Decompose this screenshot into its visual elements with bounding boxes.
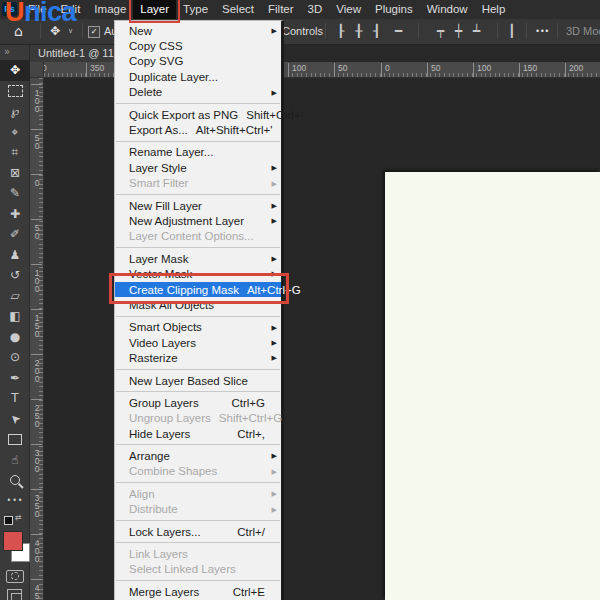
gradient-tool[interactable]: ◧: [0, 306, 30, 327]
menu-item-video-layers[interactable]: Video Layers▶: [115, 335, 281, 350]
photoshop-logo[interactable]: Ps: [2, 2, 17, 16]
ruler-label: 100: [31, 84, 42, 112]
blur-tool[interactable]: ●: [0, 327, 30, 348]
menu-item-distribute: Distribute▶: [115, 502, 281, 517]
frame-tool[interactable]: ⊠: [0, 163, 30, 184]
distribute-vertical-icon[interactable]: ┃: [508, 24, 515, 38]
hand-tool[interactable]: ☝: [0, 450, 30, 471]
menu-item-label: Hide Layers: [129, 428, 190, 440]
type-tool[interactable]: T: [0, 388, 30, 409]
brush-tool-icon: ✐: [10, 228, 20, 240]
menubar-item-plugins[interactable]: Plugins: [368, 0, 420, 19]
menu-item-merge-layers[interactable]: Merge LayersCtrl+E: [115, 584, 281, 599]
ruler-label: 200: [31, 354, 42, 382]
edit-toolbar[interactable]: •••: [0, 491, 30, 512]
auto-select-checkbox[interactable]: ✓: [88, 26, 100, 38]
menu-item-lock-layers[interactable]: Lock Layers...Ctrl+/: [115, 524, 281, 539]
eyedropper-tool[interactable]: ✎: [0, 183, 30, 204]
brush-tool[interactable]: ✐: [0, 224, 30, 245]
menu-item-new-layer-based-slice[interactable]: New Layer Based Slice: [115, 373, 281, 388]
menu-item-label: Merge Layers: [129, 586, 199, 598]
quick-mask-mode-icon[interactable]: [6, 570, 24, 583]
clone-stamp-tool[interactable]: ♟: [0, 245, 30, 266]
align-bottom-edges-icon[interactable]: ┷: [473, 24, 480, 38]
object-selection-tool[interactable]: ⌖: [0, 122, 30, 143]
menu-item-delete[interactable]: Delete▶: [115, 85, 281, 100]
menubar-item-window[interactable]: Window: [420, 0, 475, 19]
zoom-tool[interactable]: [0, 470, 30, 491]
align-top-edges-icon[interactable]: ┯: [437, 24, 444, 38]
menu-item-rasterize[interactable]: Rasterize▶: [115, 350, 281, 365]
menubar-item-filter[interactable]: Filter: [261, 0, 301, 19]
ruler-label: 300: [31, 444, 42, 472]
history-brush-tool-icon: ↺: [10, 269, 20, 281]
menu-item-copy-css[interactable]: Copy CSS: [115, 38, 281, 53]
menu-item-new-fill-layer[interactable]: New Fill Layer▶: [115, 198, 281, 213]
menubar-item-layer[interactable]: Layer: [133, 0, 176, 19]
foreground-color-swatch[interactable]: [3, 531, 23, 551]
menubar-item-3d[interactable]: 3D: [301, 0, 330, 19]
menu-item-export-as[interactable]: Export As...Alt+Shift+Ctrl+': [115, 122, 281, 137]
menu-item-label: Arrange: [129, 450, 170, 462]
lasso-tool[interactable]: ℘: [0, 101, 30, 122]
menu-item-layer-style[interactable]: Layer Style▶: [115, 160, 281, 175]
document-canvas[interactable]: [385, 172, 600, 600]
eraser-tool-icon: ▱: [10, 290, 19, 302]
menubar: Ps FileEditImageLayerTypeSelectFilter3DV…: [0, 0, 600, 19]
eyedropper-tool-icon: ✎: [10, 187, 20, 199]
menubar-item-type[interactable]: Type: [176, 0, 215, 19]
swap-colors-icon[interactable]: ⇄: [15, 513, 22, 522]
rectangular-marquee-tool[interactable]: [0, 81, 30, 102]
menubar-item-select[interactable]: Select: [215, 0, 261, 19]
ruler-label: 450: [31, 579, 42, 600]
ruler-label: 100: [288, 63, 306, 77]
menu-item-group-layers[interactable]: Group LayersCtrl+G: [115, 395, 281, 410]
menubar-item-file[interactable]: File: [21, 0, 54, 19]
align-vertical-centers-icon[interactable]: ┿: [455, 24, 462, 38]
path-selection-tool[interactable]: ➤: [0, 409, 30, 430]
menu-item-new-adjustment-layer[interactable]: New Adjustment Layer▶: [115, 213, 281, 228]
align-right-edges-icon[interactable]: ┨: [373, 24, 380, 38]
align-horizontal-centers-icon[interactable]: ╂: [355, 24, 362, 38]
move-tool[interactable]: ✥: [0, 60, 30, 81]
menubar-item-image[interactable]: Image: [87, 0, 133, 19]
menu-item-arrange[interactable]: Arrange▶: [115, 448, 281, 463]
ruler-label: 0: [381, 63, 390, 77]
menu-item-rename-layer[interactable]: Rename Layer...: [115, 145, 281, 160]
align-left-edges-icon[interactable]: ┠: [337, 24, 344, 38]
rectangle-tool[interactable]: [0, 429, 30, 450]
menu-item-copy-svg[interactable]: Copy SVG: [115, 54, 281, 69]
menu-item-vector-mask[interactable]: Vector Mask▶: [115, 266, 281, 281]
menu-item-label: Ungroup Layers: [129, 412, 211, 424]
submenu-arrow-icon: ▶: [272, 164, 277, 172]
pen-tool[interactable]: ✒: [0, 368, 30, 389]
menubar-item-view[interactable]: View: [329, 0, 368, 19]
menu-item-layer-mask[interactable]: Layer Mask▶: [115, 251, 281, 266]
collapse-panels-icon[interactable]: »: [0, 44, 29, 60]
menu-item-mask-all-objects[interactable]: Mask All Objects: [115, 297, 281, 312]
history-brush-tool[interactable]: ↺: [0, 265, 30, 286]
screen-mode-icon[interactable]: [7, 589, 22, 600]
spot-healing-brush-tool[interactable]: ✚: [0, 204, 30, 225]
distribute-horizontal-icon[interactable]: ━: [395, 24, 402, 38]
ruler-label: 350: [31, 489, 42, 517]
options-bar: ⌂ ✥ ∨ ✓ Au Controls ┠ ╂ ┨ ━ ┯ ┿ ┷ ┃ ••• …: [0, 19, 600, 45]
menu-item-quick-export-as-png[interactable]: Quick Export as PNGShift+Ctrl+': [115, 107, 281, 122]
more-options-icon[interactable]: •••: [536, 26, 550, 36]
menu-item-create-clipping-mask[interactable]: Create Clipping MaskAlt+Ctrl+G: [115, 282, 281, 297]
menu-item-smart-objects[interactable]: Smart Objects▶: [115, 320, 281, 335]
menu-item-hide-layers[interactable]: Hide LayersCtrl+,: [115, 426, 281, 441]
menu-item-duplicate-layer[interactable]: Duplicate Layer...: [115, 69, 281, 84]
menubar-item-help[interactable]: Help: [475, 0, 513, 19]
default-colors-icon[interactable]: [4, 516, 13, 525]
move-tool-preset-icon[interactable]: ✥: [50, 24, 60, 38]
menu-item-new[interactable]: New▶: [115, 23, 281, 38]
eraser-tool[interactable]: ▱: [0, 286, 30, 307]
chevron-down-icon[interactable]: ∨: [68, 27, 73, 35]
menubar-item-edit[interactable]: Edit: [54, 0, 88, 19]
menu-separator: [116, 391, 280, 392]
home-icon[interactable]: ⌂: [14, 23, 23, 39]
dodge-tool[interactable]: ⊙: [0, 347, 30, 368]
menu-item-label: Lock Layers...: [129, 526, 201, 538]
crop-tool[interactable]: ⌗: [0, 142, 30, 163]
